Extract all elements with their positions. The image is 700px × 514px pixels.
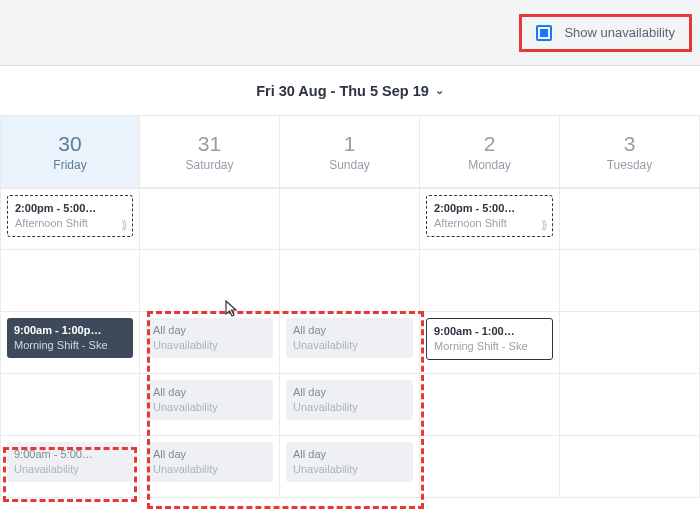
- event-label: Unavailability: [293, 463, 406, 477]
- event-label: Morning Shift - Ske: [14, 339, 126, 353]
- day-header[interactable]: 2Monday: [420, 116, 560, 188]
- calendar-cell[interactable]: [560, 250, 700, 312]
- calendar-cell[interactable]: [280, 188, 420, 250]
- arrow-right-icon: ⟫: [121, 218, 128, 233]
- day-header[interactable]: 31Saturday: [140, 116, 280, 188]
- calendar-cell[interactable]: [560, 436, 700, 498]
- shift-block[interactable]: 9:00am - 1:00p…Morning Shift - Ske: [7, 318, 133, 358]
- calendar-cell[interactable]: [420, 374, 560, 436]
- checkbox-icon: [536, 25, 552, 41]
- unavailability-block[interactable]: All dayUnavailability: [286, 442, 413, 482]
- day-number: 3: [624, 132, 636, 156]
- calendar-cell[interactable]: [560, 312, 700, 374]
- shift-block[interactable]: 9:00am - 1:00…Morning Shift - Ske: [426, 318, 553, 360]
- calendar-cell[interactable]: 2:00pm - 5:00…Afternoon Shift⟫: [420, 188, 560, 250]
- day-number: 2: [484, 132, 496, 156]
- calendar-cell[interactable]: All dayUnavailability: [280, 374, 420, 436]
- day-of-week: Monday: [468, 158, 511, 172]
- calendar-cell[interactable]: [140, 250, 280, 312]
- event-time: 9:00am - 1:00p…: [14, 324, 126, 338]
- calendar-cell[interactable]: [0, 250, 140, 312]
- calendar-cell[interactable]: 9:00am - 5:00…Unavailability: [0, 436, 140, 498]
- event-label: Afternoon Shift: [15, 217, 125, 231]
- day-number: 1: [344, 132, 356, 156]
- calendar-cell[interactable]: All dayUnavailability: [140, 374, 280, 436]
- event-time: All day: [293, 386, 406, 400]
- event-time: All day: [153, 448, 266, 462]
- event-time: All day: [153, 386, 266, 400]
- calendar-cell[interactable]: [560, 374, 700, 436]
- event-label: Unavailability: [153, 339, 266, 353]
- event-time: 2:00pm - 5:00…: [15, 202, 125, 216]
- date-range-label: Fri 30 Aug - Thu 5 Sep 19: [256, 83, 429, 99]
- event-time: 2:00pm - 5:00…: [434, 202, 545, 216]
- calendar-cell[interactable]: [0, 374, 140, 436]
- unavailability-block[interactable]: All dayUnavailability: [146, 380, 273, 420]
- unavailability-block[interactable]: All dayUnavailability: [286, 318, 413, 358]
- unavailability-block[interactable]: All dayUnavailability: [146, 318, 273, 358]
- calendar-cell[interactable]: All dayUnavailability: [280, 436, 420, 498]
- arrow-right-icon: ⟫: [541, 218, 548, 233]
- unavailability-block[interactable]: All dayUnavailability: [286, 380, 413, 420]
- event-time: 9:00am - 5:00…: [14, 448, 126, 462]
- topbar: Show unavailability: [0, 0, 700, 66]
- day-header[interactable]: 30Friday: [0, 116, 140, 188]
- day-of-week: Sunday: [329, 158, 370, 172]
- calendar-cell[interactable]: All dayUnavailability: [280, 312, 420, 374]
- event-label: Morning Shift - Ske: [434, 340, 545, 354]
- day-of-week: Saturday: [185, 158, 233, 172]
- show-unavailability-label: Show unavailability: [564, 25, 675, 40]
- event-time: All day: [293, 448, 406, 462]
- event-label: Unavailability: [14, 463, 126, 477]
- show-unavailability-toggle[interactable]: Show unavailability: [519, 14, 692, 52]
- day-header[interactable]: 3Tuesday: [560, 116, 700, 188]
- calendar-cell[interactable]: 2:00pm - 5:00…Afternoon Shift⟫: [0, 188, 140, 250]
- calendar-grid: 30Friday31Saturday1Sunday2Monday3Tuesday…: [0, 116, 700, 498]
- calendar-cell[interactable]: [420, 436, 560, 498]
- calendar-cell[interactable]: [280, 250, 420, 312]
- shift-block[interactable]: 2:00pm - 5:00…Afternoon Shift⟫: [426, 195, 553, 237]
- day-number: 30: [58, 132, 81, 156]
- unavailability-block[interactable]: All dayUnavailability: [146, 442, 273, 482]
- event-label: Afternoon Shift: [434, 217, 545, 231]
- event-time: All day: [293, 324, 406, 338]
- chevron-down-icon: ⌄: [435, 84, 444, 97]
- date-range-selector[interactable]: Fri 30 Aug - Thu 5 Sep 19 ⌄: [0, 66, 700, 116]
- unavailability-block[interactable]: 9:00am - 5:00…Unavailability: [7, 442, 133, 482]
- day-number: 31: [198, 132, 221, 156]
- calendar-cell[interactable]: All dayUnavailability: [140, 312, 280, 374]
- calendar-cell[interactable]: 9:00am - 1:00…Morning Shift - Ske: [420, 312, 560, 374]
- day-header[interactable]: 1Sunday: [280, 116, 420, 188]
- calendar-cell[interactable]: 9:00am - 1:00p…Morning Shift - Ske: [0, 312, 140, 374]
- event-label: Unavailability: [153, 463, 266, 477]
- event-time: 9:00am - 1:00…: [434, 325, 545, 339]
- calendar-cell[interactable]: [140, 188, 280, 250]
- event-label: Unavailability: [293, 339, 406, 353]
- shift-block[interactable]: 2:00pm - 5:00…Afternoon Shift⟫: [7, 195, 133, 237]
- calendar-cell[interactable]: [560, 188, 700, 250]
- calendar-cell[interactable]: [420, 250, 560, 312]
- event-time: All day: [153, 324, 266, 338]
- event-label: Unavailability: [153, 401, 266, 415]
- calendar-cell[interactable]: All dayUnavailability: [140, 436, 280, 498]
- day-of-week: Friday: [53, 158, 86, 172]
- day-of-week: Tuesday: [607, 158, 653, 172]
- event-label: Unavailability: [293, 401, 406, 415]
